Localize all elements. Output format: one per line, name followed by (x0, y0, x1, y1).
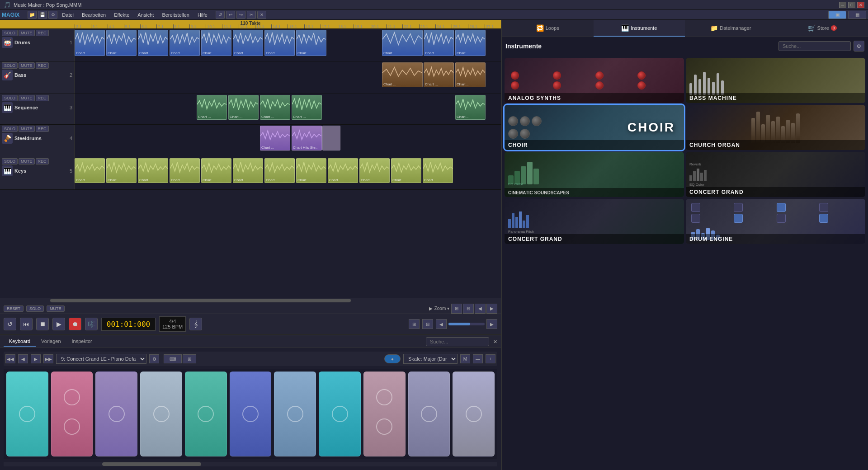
track-clips-bass[interactable]: Chart ... Chart ... Chart ... (75, 61, 501, 94)
clip[interactable]: Chart ... (260, 95, 290, 120)
mute-button[interactable]: MUTE (19, 30, 35, 36)
pad-9[interactable] (363, 371, 406, 456)
track-clips-drums[interactable]: Chart ... Chart ... Chart ... Chart (75, 29, 501, 61)
clip[interactable]: Chart ... (382, 30, 423, 56)
record-toggle[interactable]: ● (384, 354, 401, 363)
instrument-card-drum-engine[interactable]: DRUM ENGINE (686, 199, 865, 244)
mute-button[interactable]: MUTE (19, 95, 35, 101)
menu-datei[interactable]: Datei (58, 11, 77, 19)
bottom-search[interactable] (426, 337, 489, 346)
global-mute-button[interactable]: MUTE (47, 306, 65, 312)
nav-prev[interactable]: ◀ (18, 354, 28, 363)
metronome-button[interactable]: 🎼 (85, 318, 98, 330)
bottom-close[interactable]: ✕ (493, 339, 497, 344)
clip[interactable]: Chart ... (138, 158, 168, 183)
pad-3[interactable] (95, 371, 137, 456)
tab-keyboard[interactable]: Keyboard (4, 337, 36, 347)
clip[interactable]: Chart ... (382, 62, 423, 87)
pad-view[interactable]: ⊞ (183, 354, 196, 363)
mute-button[interactable]: MUTE (19, 62, 35, 69)
clip[interactable]: Chart ... (106, 30, 137, 56)
instrument-card-bass-machine[interactable]: BASS MACHINE (686, 58, 865, 103)
solo-button[interactable]: SOLO (2, 30, 18, 36)
instrument-card-concert-grand[interactable]: Reverb EQ Color CONCERT GRAND (686, 152, 865, 197)
rec-button[interactable]: REC (36, 126, 49, 132)
instrument-card-concert-grand-2[interactable]: Panorama Pitch CONCERT GRAND (505, 199, 684, 244)
global-solo-button[interactable]: SOLO (26, 306, 44, 312)
clip[interactable]: Chart ... (391, 158, 421, 183)
pad-10[interactable] (408, 371, 450, 456)
pad-7[interactable] (274, 371, 316, 456)
clip[interactable]: Chart ... (197, 95, 227, 120)
toolbar-save[interactable]: 💾 (38, 11, 47, 19)
midi-btn-1[interactable]: M (460, 354, 470, 363)
toolbar-cut[interactable]: ✂ (247, 11, 256, 19)
instrument-card-choir[interactable]: CHOIR CHOIR (505, 105, 684, 150)
rec-button[interactable]: REC (36, 158, 49, 164)
instrument-card-church-organ[interactable]: CHURCH ORGAN (686, 105, 865, 150)
zoom-label[interactable]: Zoom ▾ (434, 306, 449, 311)
rec-button[interactable]: REC (36, 95, 49, 101)
pad-2[interactable] (51, 371, 93, 456)
tuner-button[interactable]: 𝄞 (189, 318, 202, 330)
clip[interactable]: Chart ... (455, 30, 486, 56)
instruments-search[interactable] (778, 41, 851, 51)
clip[interactable]: Chart ... (359, 158, 390, 183)
rec-button[interactable]: REC (36, 30, 49, 36)
clip[interactable]: Chart ... (423, 158, 453, 183)
bottom-scroll-thumb[interactable] (102, 462, 201, 466)
mute-button[interactable]: MUTE (19, 126, 35, 132)
view-btn-2[interactable]: ▦ (848, 11, 866, 19)
clip[interactable]: Chart ... (201, 30, 231, 56)
tab-instrumente[interactable]: 🎹 Instrumente (594, 20, 685, 37)
pad-8[interactable] (319, 371, 361, 456)
scroll-right[interactable]: ▶ (486, 304, 497, 314)
clip[interactable]: Chart ... (264, 30, 295, 56)
toolbar-close[interactable]: ✕ (257, 11, 266, 19)
keyboard-view[interactable]: ⌨ (164, 354, 182, 363)
clip[interactable]: Chart ... (201, 158, 231, 183)
instrument-card-cinematic[interactable]: EQ Color CINEMATIC SOUNDSCAPES (505, 152, 684, 197)
preset-settings[interactable]: ⚙ (149, 354, 159, 363)
clip[interactable]: Chart ... (296, 30, 326, 56)
clip[interactable]: Chart ... (75, 30, 105, 56)
clip[interactable]: Chart ... (170, 30, 200, 56)
solo-button[interactable]: SOLO (2, 95, 18, 101)
tab-dateimanager[interactable]: 📁 Dateimanager (685, 20, 777, 37)
stop-button[interactable]: ⏹ (36, 318, 49, 330)
pad-1[interactable] (6, 371, 48, 456)
vol-up[interactable]: ▶ (486, 319, 497, 329)
clip[interactable]: Chart Hits Ste... (292, 126, 322, 150)
track-scrollbar[interactable] (0, 298, 501, 303)
clip[interactable]: Chart ... (455, 62, 486, 87)
menu-bereitstellen[interactable]: Bereitstellen (158, 11, 193, 19)
tab-vorlagen[interactable]: Vorlagen (36, 337, 66, 347)
view-btn-1[interactable]: ▣ (828, 11, 846, 19)
midi-btn-2[interactable]: ― (473, 354, 483, 363)
nav-prev-prev[interactable]: ◀◀ (5, 354, 15, 363)
menu-bearbeiten[interactable]: Bearbeiten (78, 11, 109, 19)
clip[interactable]: Chart ... (328, 158, 358, 183)
grid-button[interactable]: ⊞ (409, 319, 420, 329)
clip[interactable]: Chart ... (455, 95, 486, 120)
clip[interactable]: Chart ... (260, 126, 290, 150)
track-clips-steeldrums[interactable]: Chart ... Chart Hits Ste... (75, 125, 501, 157)
toolbar-redo[interactable]: ↪ (236, 11, 245, 19)
reset-button[interactable]: RESET (4, 306, 24, 312)
tab-inspektor[interactable]: Inspektor (66, 337, 98, 347)
tab-store[interactable]: 🛒 Store 3 (777, 20, 868, 37)
solo-button[interactable]: SOLO (2, 158, 18, 164)
snap-button[interactable]: ⊟ (422, 319, 433, 329)
clip[interactable]: Chart ... (233, 30, 263, 56)
toolbar-loop[interactable]: ↺ (216, 11, 225, 19)
rewind-button[interactable]: ⏮ (20, 318, 33, 330)
maximize-button[interactable]: □ (848, 2, 855, 8)
track-scroll-thumb[interactable] (50, 299, 351, 302)
toolbar-undo[interactable]: ↩ (226, 11, 235, 19)
solo-button[interactable]: SOLO (2, 126, 18, 132)
track-clips-keys[interactable]: Chart ... Chart ... Chart ... Chart (75, 157, 501, 189)
clip[interactable] (322, 126, 340, 150)
preset-select[interactable]: 9: Concert Grand LE - Piano Default (56, 354, 146, 364)
clip[interactable]: Chart ... (106, 158, 137, 183)
clip[interactable]: Chart ... (170, 158, 200, 183)
